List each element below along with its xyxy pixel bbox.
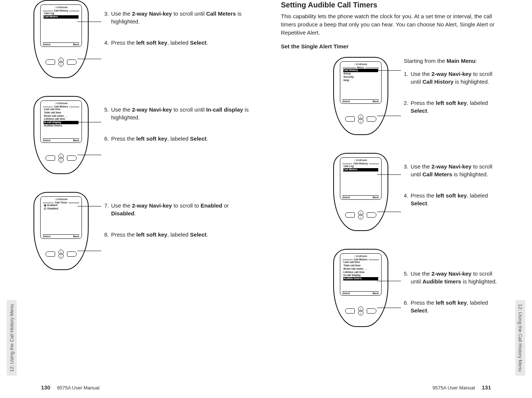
chapter-tab-left: 12: Using the Call History Menu (7, 300, 17, 376)
nav-up-icon[interactable]: ▵ (58, 250, 64, 254)
step-number: 5. (404, 270, 409, 285)
brand-label: iridium (41, 5, 82, 9)
step: 3. Use the 2-way Navi-key to scroll unti… (404, 163, 499, 178)
right-soft-key[interactable] (67, 60, 77, 65)
page-footer-left: 130 9575A User Manual (41, 384, 99, 391)
menu-list: Last call time Total call time Reset cal… (41, 107, 82, 128)
right-soft-key[interactable] (67, 251, 77, 257)
navi-key[interactable]: ▵ ▿ (357, 115, 364, 123)
step-text: Use the 2-way Navi-key to scroll to Enab… (111, 202, 251, 217)
navi-key[interactable]: ▵ ▿ (57, 154, 65, 163)
menu-item: Call Log (44, 12, 79, 15)
step-number: 4. (104, 39, 109, 46)
nav-down-icon[interactable]: ▿ (358, 215, 363, 219)
callout-line (382, 308, 401, 308)
section-incall-display: iridium Call Meters Last call time Total… (34, 96, 251, 174)
step: 8. Press the left soft key, labeled Sele… (104, 231, 251, 238)
navi-key[interactable]: ▵ ▿ (357, 306, 364, 315)
right-soft-key[interactable] (67, 155, 77, 161)
nav-up-icon[interactable]: ▵ (58, 154, 64, 158)
navi-key[interactable]: ▵ ▿ (357, 211, 364, 219)
menu-list: Last call time Total call time Reset cal… (340, 260, 381, 280)
softkey-left-label: Select (343, 100, 350, 103)
step-number: 7. (104, 202, 109, 217)
radio-dot-empty-icon (44, 208, 46, 210)
menu-item: Reset call meter. . . (343, 267, 378, 271)
callout-line (83, 206, 101, 206)
nav-down-icon[interactable]: ▿ (58, 62, 64, 67)
radio-option-disabled: Disabled (44, 207, 79, 211)
phone-illustration: iridium Menu Call History▴▾ Setup Securi… (333, 57, 388, 135)
menu-item: Setup (343, 72, 378, 76)
brand-label: iridium (41, 101, 82, 105)
nav-up-icon[interactable]: ▵ (358, 306, 363, 311)
step-text: Use the 2-way Navi-key to scroll until I… (111, 106, 251, 121)
left-soft-key[interactable] (45, 155, 55, 161)
nav-down-icon[interactable]: ▿ (358, 311, 363, 315)
navi-key[interactable]: ▵ ▿ (57, 250, 65, 259)
menu-title: Call Meters (353, 258, 369, 261)
menu-item: Lifetime call time (44, 118, 79, 121)
page-number: 131 (482, 384, 491, 391)
step-number: 2. (404, 99, 409, 115)
left-soft-key[interactable] (345, 308, 355, 314)
menu-title: Call Meters (53, 105, 69, 108)
nav-down-icon[interactable]: ▿ (358, 119, 363, 123)
navi-key[interactable]: ▵ ▿ (57, 58, 65, 67)
menu-list: Call Log Call Meters (41, 11, 82, 19)
step-text: Press the left soft key, labeled Select. (111, 39, 251, 46)
step-text: Press the left soft key, labeled Select. (411, 99, 498, 115)
brand-label: iridium (340, 254, 381, 258)
phone-illustration: iridium Call History Call Log Call Meter… (34, 0, 89, 78)
left-soft-key[interactable] (45, 60, 55, 65)
menu-item: Help (343, 79, 378, 82)
menu-list: Call Log Call Meters (340, 164, 381, 171)
menu-item-highlighted: Call Meters (343, 168, 378, 171)
menu-item-highlighted: Call History▴▾ (343, 69, 378, 72)
left-soft-key[interactable] (345, 116, 355, 122)
step: 7. Use the 2-way Navi-key to scroll to E… (104, 202, 251, 217)
softkey-right-label: Back (373, 196, 379, 199)
left-soft-key[interactable] (45, 251, 55, 257)
step: 4. Press the left soft key, labeled Sele… (404, 192, 499, 207)
right-soft-key[interactable] (367, 212, 376, 218)
left-soft-key[interactable] (345, 212, 355, 218)
callout-line (83, 155, 101, 155)
nav-down-icon[interactable]: ▿ (58, 158, 64, 163)
menu-item: In-call display (343, 274, 378, 277)
step-number: 5. (104, 106, 109, 121)
radio-dot-filled-icon (44, 204, 46, 206)
menu-item: Total call time (44, 111, 79, 115)
step-text: Press the left soft key, labeled Select. (111, 231, 251, 238)
right-soft-key[interactable] (367, 116, 376, 122)
radio-option-enabled: Enabled (44, 204, 79, 207)
menu-item-highlighted: Audible timers▴▾ (343, 277, 378, 280)
step-text: Use the 2-way Navi-key to scroll until C… (111, 10, 251, 25)
menu-list: Call History▴▾ Setup Security Help (340, 68, 381, 82)
step: 5. Use the 2-way Navi-key to scroll unti… (104, 106, 251, 121)
menu-item-highlighted: Call Meters (44, 15, 79, 19)
nav-up-icon[interactable]: ▵ (358, 211, 363, 215)
menu-title: Menu (356, 66, 365, 69)
menu-title: Call History (352, 162, 369, 165)
page-left: 12: Using the Call History Menu iridium … (0, 0, 266, 398)
nav-up-icon[interactable]: ▵ (358, 115, 363, 119)
step-text: Use the 2-way Navi-key to scroll until C… (411, 163, 498, 178)
softkey-right-label: Back (73, 43, 79, 46)
heading-audible-timers: Setting Audible Call Timers (281, 1, 499, 9)
manual-name: 9575A User Manual (57, 385, 99, 391)
menu-item: Last call time (343, 261, 378, 264)
callout-line (83, 122, 101, 122)
nav-down-icon[interactable]: ▿ (58, 254, 64, 259)
callout-line (382, 281, 401, 281)
step: 6. Press the left soft key, labeled Sele… (104, 135, 251, 142)
step-number: 3. (404, 163, 409, 178)
callout-line (83, 59, 101, 59)
step-number: 8. (104, 231, 109, 238)
right-soft-key[interactable] (367, 308, 376, 314)
step: 1. Use the 2-way Navi-key to scroll unti… (404, 70, 499, 86)
menu-title: Call Timer (54, 201, 69, 204)
page-right: 12: Using the Call History Menu Setting … (266, 0, 532, 398)
menu-item: Security (343, 76, 378, 79)
nav-up-icon[interactable]: ▵ (58, 58, 64, 62)
